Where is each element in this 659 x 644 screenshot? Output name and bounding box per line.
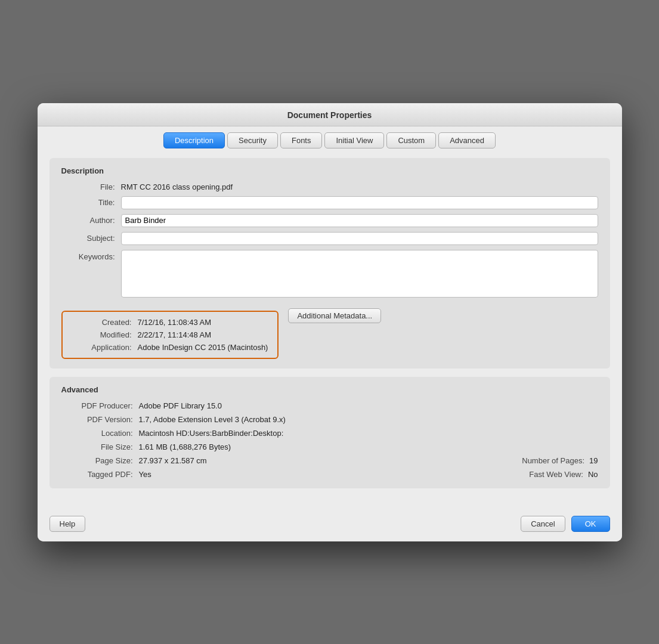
number-of-pages-value: 19 — [589, 456, 598, 465]
application-row: Application: Adobe InDesign CC 2015 (Mac… — [72, 343, 268, 352]
location-label: Location: — [61, 429, 133, 438]
subject-label: Subject: — [61, 234, 115, 243]
title-label: Title: — [61, 198, 115, 207]
metadata-button-container: Additional Metadata... — [288, 305, 381, 323]
created-label: Created: — [72, 318, 132, 327]
fast-web-view-value: No — [588, 470, 598, 479]
keywords-row: Keywords: — [61, 250, 598, 298]
tab-advanced[interactable]: Advanced — [438, 132, 496, 148]
subject-row: Subject: — [61, 232, 598, 245]
file-label: File: — [61, 182, 115, 191]
dialog-title-bar: Document Properties — [38, 103, 622, 126]
title-row: Title: — [61, 196, 598, 209]
additional-metadata-button[interactable]: Additional Metadata... — [288, 308, 381, 323]
author-row: Author: — [61, 214, 598, 227]
pdf-producer-value: Adobe PDF Library 15.0 — [139, 401, 222, 410]
location-value: Macintosh HD:Users:BarbBinder:Desktop: — [139, 429, 284, 438]
highlight-metadata-row: Created: 7/12/16, 11:08:43 AM Modified: … — [61, 305, 598, 359]
subject-input[interactable] — [121, 232, 598, 245]
location-row: Location: Macintosh HD:Users:BarbBinder:… — [61, 429, 598, 438]
file-size-label: File Size: — [61, 442, 133, 451]
keywords-input[interactable] — [121, 250, 598, 298]
description-section-title: Description — [61, 166, 598, 175]
tagged-pdf-value: Yes — [139, 470, 151, 479]
tab-fonts[interactable]: Fonts — [280, 132, 323, 148]
modified-value: 2/22/17, 11:14:48 AM — [138, 330, 212, 339]
cancel-button[interactable]: Cancel — [521, 516, 565, 532]
tab-initial-view[interactable]: Initial View — [324, 132, 384, 148]
advanced-section-title: Advanced — [61, 385, 598, 394]
tab-bar: Description Security Fonts Initial View … — [38, 126, 622, 148]
advanced-section: Advanced PDF Producer: Adobe PDF Library… — [49, 377, 610, 488]
created-value: 7/12/16, 11:08:43 AM — [138, 318, 212, 327]
file-value: RMT CC 2016 class opening.pdf — [121, 182, 233, 191]
tab-custom[interactable]: Custom — [386, 132, 436, 148]
number-of-pages-label: Number of Pages: — [522, 456, 584, 465]
pdf-producer-label: PDF Producer: — [61, 401, 133, 410]
dialog-title: Document Properties — [287, 110, 372, 120]
bottom-right-buttons: Cancel OK — [521, 516, 610, 532]
ok-button[interactable]: OK — [571, 516, 610, 532]
modified-label: Modified: — [72, 330, 132, 339]
tagged-pdf-label: Tagged PDF: — [61, 470, 133, 479]
author-label: Author: — [61, 216, 115, 225]
pdf-version-label: PDF Version: — [61, 415, 133, 424]
file-row: File: RMT CC 2016 class opening.pdf — [61, 182, 598, 191]
page-size-value: 27.937 x 21.587 cm — [139, 456, 207, 465]
pdf-version-row: PDF Version: 1.7, Adobe Extension Level … — [61, 415, 598, 424]
application-value: Adobe InDesign CC 2015 (Macintosh) — [138, 343, 268, 352]
tab-description[interactable]: Description — [163, 132, 225, 148]
created-row: Created: 7/12/16, 11:08:43 AM — [72, 318, 268, 327]
application-label: Application: — [72, 343, 132, 352]
pdf-version-value: 1.7, Adobe Extension Level 3 (Acrobat 9.… — [139, 415, 286, 424]
file-size-value: 1.61 MB (1,688,276 Bytes) — [139, 442, 231, 451]
help-button[interactable]: Help — [49, 516, 86, 532]
description-section: Description File: RMT CC 2016 class open… — [49, 158, 610, 369]
bottom-bar: Help Cancel OK — [38, 509, 622, 541]
document-info-highlight: Created: 7/12/16, 11:08:43 AM Modified: … — [61, 311, 279, 359]
modified-row: Modified: 2/22/17, 11:14:48 AM — [72, 330, 268, 339]
file-size-row: File Size: 1.61 MB (1,688,276 Bytes) — [61, 442, 598, 451]
page-size-row: Page Size: 27.937 x 21.587 cm Number of … — [61, 456, 598, 470]
tab-security[interactable]: Security — [227, 132, 278, 148]
dialog-content: Description File: RMT CC 2016 class open… — [38, 148, 622, 509]
page-size-label: Page Size: — [61, 456, 133, 465]
keywords-label: Keywords: — [61, 252, 115, 261]
pdf-producer-row: PDF Producer: Adobe PDF Library 15.0 — [61, 401, 598, 410]
number-of-pages-container: Number of Pages: 19 — [522, 456, 598, 465]
document-properties-dialog: Document Properties Description Security… — [38, 103, 622, 541]
author-input[interactable] — [121, 214, 598, 227]
title-input[interactable] — [121, 196, 598, 209]
fast-web-view-label: Fast Web View: — [529, 470, 583, 479]
tagged-pdf-row: Tagged PDF: Yes Fast Web View: No — [61, 470, 598, 479]
fast-web-view-container: Fast Web View: No — [529, 470, 598, 479]
